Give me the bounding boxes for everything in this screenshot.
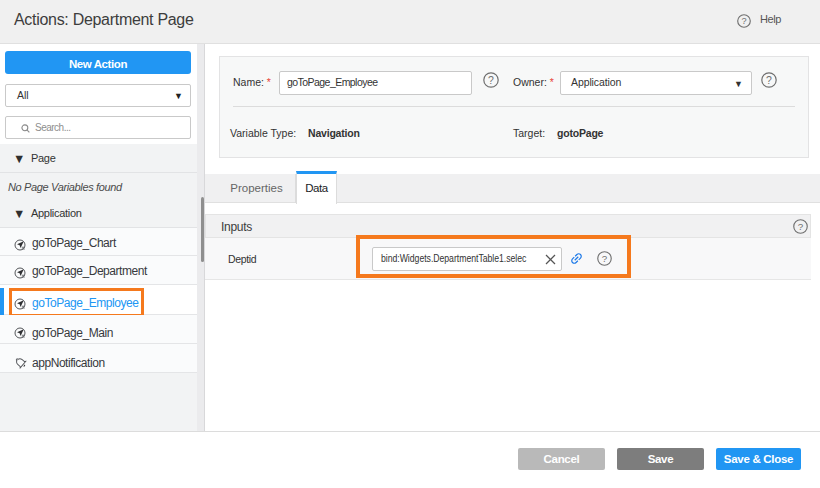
svg-text:?: ?: [741, 16, 746, 26]
svg-text:?: ?: [488, 74, 494, 86]
svg-text:?: ?: [766, 74, 772, 86]
svg-text:?: ?: [798, 221, 804, 232]
